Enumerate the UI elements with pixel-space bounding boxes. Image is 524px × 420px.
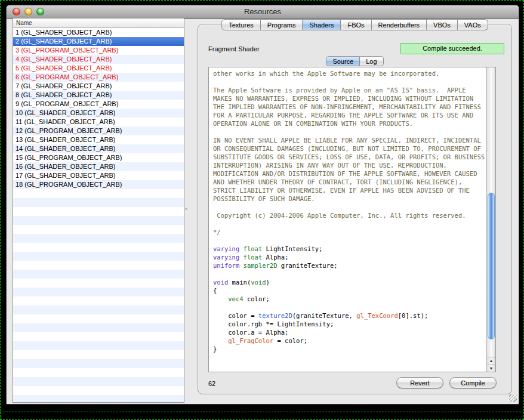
list-item[interactable]: 7 (GL_SHADER_OBJECT_ARB) [13,82,184,91]
line-count: 62 [208,380,215,387]
shader-type-label: Fragment Shader [208,45,260,52]
scroll-up-icon: ▲ [489,359,494,363]
list-item[interactable]: 6 (GL_PROGRAM_OBJECT_ARB) [13,73,184,82]
code-line [213,128,486,136]
code-line: uniform sampler2D graniteTexture; [213,261,486,270]
tab-shaders[interactable]: Shaders [303,19,341,30]
code-line: SUBSTITUTE GOODS OR SERVICES; LOSS OF US… [213,153,486,161]
list-item[interactable]: 14 (GL_SHADER_OBJECT_ARB) [13,144,184,153]
compile-button[interactable]: Compile [449,377,497,388]
code-line [213,236,486,245]
vertical-scrollbar[interactable]: ▲ ▼ [486,67,495,372]
list-stripe [13,305,184,314]
scroll-down-icon: ▼ [489,366,494,370]
list-stripe [13,216,184,225]
list-item[interactable]: 5 (GL_SHADER_OBJECT_ARB) [13,64,184,73]
list-stripe [13,341,184,350]
list-stripe [13,279,184,288]
code-line: The Apple Software is provided by Apple … [213,86,486,94]
resources-window: Resources Name 1 (GL_SHADER_OBJECT_ARB)2… [6,5,519,404]
code-line: INTERRUPTION) ARISING IN ANY WAY OUT OF … [213,161,486,169]
code-line: void main(void) [213,278,486,286]
list-stripe [13,368,184,377]
code-line: gl_FragColor = color; [213,336,486,345]
list-item[interactable]: 4 (GL_SHADER_OBJECT_ARB) [13,55,184,64]
list-item[interactable]: 12 (GL_PROGRAM_OBJECT_ARB) [13,126,184,135]
source-log-tabs: SourceLog [198,56,512,66]
list-stripe [13,288,184,297]
list-stripe [13,261,184,270]
list-header-name[interactable]: Name [13,18,184,28]
code-line: AND WHETHER UNDER THEORY OF CONTRACT, TO… [213,178,486,186]
resource-list-body: 1 (GL_SHADER_OBJECT_ARB)2 (GL_SHADER_OBJ… [13,28,184,403]
scroll-up-button[interactable]: ▲ [487,357,495,364]
tab-vbos[interactable]: VBOs [427,19,458,30]
code-line: color.rgb *= LightIntensity; [213,320,486,328]
code-line: */ [213,228,486,236]
code-line: other works in which the Apple Software … [213,69,486,78]
list-stripe [13,314,184,323]
code-line: OR CONSEQUENTIAL DAMAGES (INCLUDING, BUT… [213,144,486,153]
tab-textures[interactable]: Textures [221,19,261,30]
window-title: Resources [7,7,519,16]
list-stripe [13,243,184,252]
list-item[interactable]: 8 (GL_SHADER_OBJECT_ARB) [13,91,184,100]
source-view: other works in which the Apple Software … [208,67,496,372]
list-stripe [13,252,184,261]
list-stripe [13,225,184,234]
frame-line-decoration [0,412,524,412]
list-stripe [13,270,184,279]
list-stripe [13,332,184,341]
code-line [213,203,486,211]
list-stripe [13,198,184,207]
list-item[interactable]: 13 (GL_SHADER_OBJECT_ARB) [13,135,184,144]
code-line [213,270,486,278]
code-line: POSSIBILITY OF SUCH DAMAGE. [213,194,486,203]
resize-grip[interactable] [509,394,517,402]
list-stripe [13,395,184,403]
code-line [213,78,486,86]
list-item[interactable]: 1 (GL_SHADER_OBJECT_ARB) [13,28,184,37]
list-item[interactable]: 15 (GL_PROGRAM_OBJECT_ARB) [13,153,184,162]
list-item[interactable]: 18 (GL_PROGRAM_OBJECT_ARB) [13,180,184,189]
view-tab-log[interactable]: Log [360,56,383,66]
tab-renderbuffers[interactable]: Renderbuffers [372,19,427,30]
view-tab-source[interactable]: Source [326,56,360,66]
list-stripe [13,386,184,395]
code-line: OPERATION ALONE OR IN COMBINATION WITH Y… [213,119,486,128]
scrollbar-thumb[interactable] [488,193,495,339]
code-line: color = texture2D(graniteTexture, gl_Tex… [213,311,486,320]
source-code[interactable]: other works in which the Apple Software … [209,67,486,372]
title-bar[interactable]: Resources [7,5,519,19]
tab-fbos[interactable]: FBOs [341,19,371,30]
scroll-down-button[interactable]: ▼ [487,365,495,372]
code-line: FOR A PARTICULAR PURPOSE, REGARDING THE … [213,111,486,119]
desktop: Resources Name 1 (GL_SHADER_OBJECT_ARB)2… [0,0,524,420]
scroll-hint-icon: ^ [185,207,187,213]
code-line: MAKES NO WARRANTIES, EXPRESS OR IMPLIED,… [213,94,486,103]
code-line: vec4 color; [213,295,486,303]
list-item[interactable]: 11 (GL_SHADER_OBJECT_ARB) [13,118,184,126]
list-item[interactable]: 17 (GL_SHADER_OBJECT_ARB) [13,171,184,180]
code-line: MODIFICATION AND/OR DISTRIBUTION OF THE … [213,169,486,178]
resource-list: Name 1 (GL_SHADER_OBJECT_ARB)2 (GL_SHADE… [13,18,184,403]
list-stripe [13,297,184,305]
list-stripe [13,189,184,198]
code-line: Copyright (c) 2004-2006 Apple Computer, … [213,211,486,220]
list-item[interactable]: 10 (GL_SHADER_OBJECT_ARB) [13,109,184,118]
code-line: varying float LightIntensity; [213,245,486,253]
list-item[interactable]: 2 (GL_SHADER_OBJECT_ARB) [13,37,184,46]
tab-vaos[interactable]: VAOs [458,19,488,30]
code-line [213,220,486,228]
list-item[interactable]: 3 (GL_PROGRAM_OBJECT_ARB) [13,46,184,55]
list-stripe [13,350,184,359]
revert-button[interactable]: Revert [396,377,443,388]
list-stripe [13,323,184,332]
list-item[interactable]: 9 (GL_PROGRAM_OBJECT_ARB) [13,100,184,109]
list-stripe [13,377,184,386]
list-item[interactable]: 16 (GL_SHADER_OBJECT_ARB) [13,162,184,171]
list-stripe [13,207,184,216]
tab-programs[interactable]: Programs [261,19,303,30]
code-line: color.a = Alpha; [213,328,486,336]
compile-status-badge: Compile succeeded. [400,43,504,54]
